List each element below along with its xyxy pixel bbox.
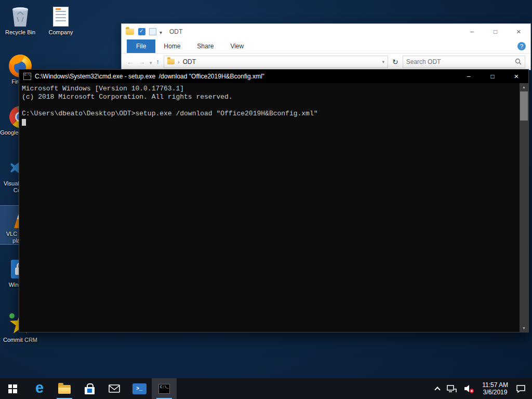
breadcrumb-separator-icon <box>178 59 180 65</box>
text-cursor <box>22 119 26 126</box>
tab-view[interactable]: View <box>222 39 252 53</box>
folder-icon <box>167 59 175 64</box>
help-icon[interactable] <box>517 42 526 50</box>
quick-access-customize-caret-icon[interactable] <box>159 27 162 36</box>
file-explorer-icon <box>58 385 71 394</box>
refresh-icon[interactable] <box>392 58 398 66</box>
quick-access-newfolder-icon[interactable] <box>149 28 156 35</box>
explorer-ribbon-tabs: File Home Share View <box>122 39 530 54</box>
cmd-icon <box>23 73 31 80</box>
system-tray: 11:57 AM 3/6/2019 <box>432 378 532 399</box>
quick-access-properties-icon[interactable] <box>138 28 145 35</box>
speaker-muted-icon <box>464 384 474 393</box>
cmd-minimize-button[interactable] <box>457 70 481 83</box>
taskbar-cmd-button[interactable] <box>152 378 177 399</box>
cmd-console[interactable]: Microsoft Windows [Version 10.0.17763.1]… <box>19 83 528 332</box>
address-dropdown-caret-icon[interactable] <box>382 59 385 64</box>
scrollbar[interactable] <box>520 83 528 332</box>
tab-share[interactable]: Share <box>189 39 222 53</box>
edge-icon: e <box>35 380 44 395</box>
console-line: C:\Users\dbeato\Desktop\ODT>setup.exe /d… <box>22 110 520 118</box>
search-icon <box>515 58 522 65</box>
folder-icon <box>126 29 134 35</box>
breadcrumb[interactable]: ODT <box>183 58 196 65</box>
network-icon <box>447 385 457 393</box>
taskbar-store-button[interactable] <box>77 378 102 399</box>
taskbar-explorer-button[interactable] <box>52 378 77 399</box>
recent-locations-caret-icon[interactable] <box>150 58 152 66</box>
volume-button[interactable] <box>460 378 478 399</box>
tab-file[interactable]: File <box>127 39 155 53</box>
console-line: (c) 2018 Microsoft Corporation. All righ… <box>22 93 520 101</box>
document-icon <box>49 5 72 28</box>
console-output: Microsoft Windows [Version 10.0.17763.1]… <box>19 83 520 332</box>
console-line: Microsoft Windows [Version 10.0.17763.1] <box>22 85 520 93</box>
cmd-maximize-button[interactable] <box>481 70 504 83</box>
recycle-bin-icon <box>9 5 32 28</box>
cmd-titlebar[interactable]: C:\Windows\System32\cmd.exe - setup.exe … <box>19 70 528 83</box>
search-box[interactable] <box>403 56 525 68</box>
taskbar-clock[interactable]: 11:57 AM 3/6/2019 <box>478 381 512 396</box>
start-button[interactable] <box>0 378 25 399</box>
search-input[interactable] <box>406 58 513 65</box>
action-center-button[interactable] <box>512 378 532 399</box>
explorer-window-title: ODT <box>169 28 182 35</box>
clock-date: 3/6/2019 <box>482 389 508 396</box>
action-center-icon <box>516 384 526 393</box>
explorer-close-button[interactable] <box>507 24 530 39</box>
scroll-up-icon[interactable] <box>520 83 528 91</box>
network-status-button[interactable] <box>443 378 460 399</box>
tab-home[interactable]: Home <box>155 39 189 53</box>
chevron-up-icon <box>435 387 441 392</box>
icon-label: Commit CRM <box>0 337 41 343</box>
explorer-window: ODT File Home Share View ODT <box>121 23 531 70</box>
address-bar[interactable]: ODT <box>164 56 388 68</box>
cmd-window-title: C:\Windows\System32\cmd.exe - setup.exe … <box>35 73 457 80</box>
scroll-down-icon[interactable] <box>520 324 528 332</box>
explorer-titlebar[interactable]: ODT <box>122 24 530 39</box>
store-icon <box>85 387 95 394</box>
taskbar: e <box>0 378 532 399</box>
back-arrow-icon[interactable] <box>127 58 134 66</box>
cmd-window: C:\Windows\System32\cmd.exe - setup.exe … <box>19 69 529 332</box>
taskbar-mail-button[interactable] <box>102 378 127 399</box>
taskbar-edge-button[interactable]: e <box>27 378 52 399</box>
taskbar-powershell-button[interactable] <box>127 378 152 399</box>
powershell-icon <box>132 383 147 394</box>
cmd-icon <box>158 384 170 394</box>
desktop-icon-recycle-bin[interactable]: Recycle Bin <box>0 4 41 36</box>
desktop-icon-company[interactable]: Company <box>41 4 81 36</box>
forward-arrow-icon[interactable] <box>138 58 145 66</box>
icon-label: Recycle Bin <box>0 29 41 36</box>
console-cursor-line <box>22 118 520 128</box>
cmd-close-button[interactable] <box>504 70 528 83</box>
console-line <box>22 101 520 110</box>
scrollbar-thumb[interactable] <box>520 91 528 121</box>
explorer-address-row: ODT <box>122 54 530 70</box>
explorer-maximize-button[interactable] <box>484 24 507 39</box>
show-hidden-icons-button[interactable] <box>432 378 443 399</box>
up-arrow-icon[interactable] <box>156 58 160 65</box>
desktop: Recycle Bin Company Firefox Google Chrom… <box>0 0 532 399</box>
windows-logo-icon <box>8 384 17 393</box>
clock-time: 11:57 AM <box>482 381 508 389</box>
explorer-minimize-button[interactable] <box>460 24 484 39</box>
icon-label: Company <box>41 29 81 36</box>
mail-icon <box>109 384 120 393</box>
